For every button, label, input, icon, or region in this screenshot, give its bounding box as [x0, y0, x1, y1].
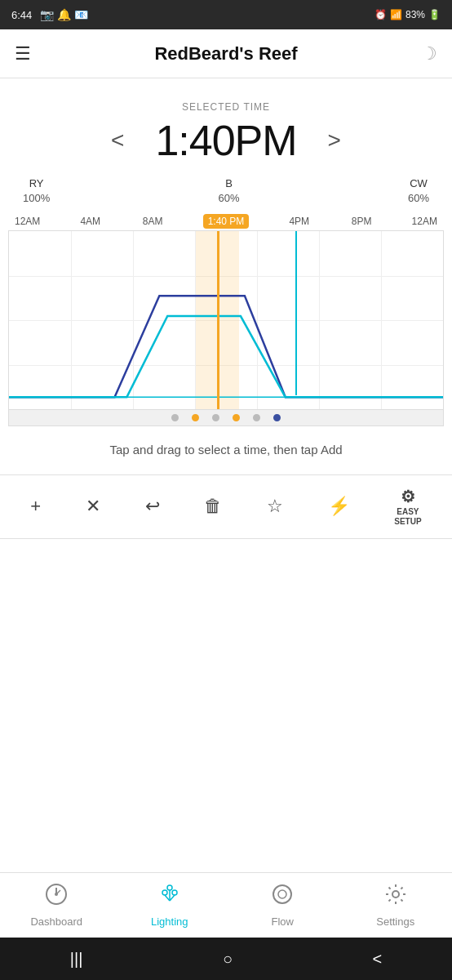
- lighting-icon: [158, 883, 181, 911]
- next-time-button[interactable]: >: [321, 127, 348, 154]
- svg-point-2: [55, 893, 58, 896]
- status-icons: ⏰ 📶 83% 🔋: [374, 9, 441, 20]
- home-button[interactable]: ○: [223, 950, 233, 969]
- lightning-button[interactable]: ⚡: [328, 496, 350, 517]
- svg-point-10: [278, 890, 286, 898]
- chart-area[interactable]: [8, 230, 444, 410]
- main-content: SELECTED TIME < 1:40PM > RY 100% B 60% C…: [0, 78, 452, 539]
- scroll-indicator-5: [253, 414, 260, 421]
- nav-item-lighting[interactable]: Lighting: [113, 883, 227, 928]
- current-time-line: [217, 231, 219, 409]
- current-time-badge: 1:40 PM: [203, 214, 250, 229]
- time-axis: 12AM 4AM 8AM 1:40 PM 4PM 8PM 12AM: [8, 214, 444, 229]
- channel-b: B 60%: [219, 176, 240, 206]
- scroll-indicator-1: [171, 414, 179, 421]
- chart-container: 12AM 4AM 8AM 1:40 PM 4PM 8PM 12AM: [0, 214, 452, 426]
- dashboard-icon: [45, 883, 68, 911]
- recent-apps-button[interactable]: |||: [70, 950, 83, 969]
- selected-time-section: SELECTED TIME < 1:40PM >: [0, 87, 452, 172]
- status-time: 6:44 📷 🔔 📧: [11, 8, 88, 21]
- svg-point-4: [172, 890, 177, 895]
- nav-item-dashboard[interactable]: Dashboard: [0, 883, 113, 928]
- svg-point-5: [167, 885, 172, 890]
- dashboard-label: Dashboard: [30, 915, 82, 928]
- android-nav: ||| ○ <: [0, 938, 452, 980]
- add-button[interactable]: +: [30, 496, 41, 517]
- svg-line-6: [165, 895, 170, 901]
- easy-setup-button[interactable]: ⚙ EASY SETUP: [394, 487, 421, 527]
- selected-time-label: SELECTED TIME: [0, 101, 452, 113]
- lighting-label: Lighting: [151, 915, 188, 928]
- header: ☰ RedBeard's Reef ☽: [0, 29, 452, 78]
- undo-button[interactable]: ↩: [145, 496, 160, 517]
- page-title: RedBeard's Reef: [154, 43, 297, 65]
- svg-line-7: [170, 895, 175, 901]
- nav-item-settings[interactable]: Settings: [339, 883, 453, 928]
- svg-point-9: [273, 885, 291, 903]
- scroll-indicator-6: [273, 414, 281, 421]
- delete-button[interactable]: 🗑: [204, 496, 222, 517]
- time-row: < 1:40PM >: [0, 116, 452, 165]
- channel-row: RY 100% B 60% CW 60%: [0, 172, 452, 206]
- scroll-indicator-2: [192, 414, 199, 421]
- menu-icon[interactable]: ☰: [15, 43, 31, 65]
- favorite-button[interactable]: ☆: [267, 496, 283, 517]
- prev-time-button[interactable]: <: [104, 127, 131, 154]
- svg-point-3: [162, 890, 167, 895]
- nav-item-flow[interactable]: Flow: [226, 883, 339, 928]
- remove-button[interactable]: ✕: [86, 496, 100, 517]
- moon-icon[interactable]: ☽: [421, 43, 437, 65]
- current-time: 1:40PM: [155, 116, 296, 165]
- flow-label: Flow: [272, 915, 294, 928]
- bottom-nav: Dashboard Lighting Flow: [0, 872, 452, 938]
- instruction-text: Tap and drag to select a time, then tap …: [0, 426, 452, 474]
- settings-label: Settings: [376, 915, 414, 928]
- svg-point-11: [392, 891, 399, 898]
- toolbar: + ✕ ↩ 🗑 ☆ ⚡ ⚙ EASY SETUP: [0, 474, 452, 539]
- channel-ry: RY 100%: [23, 176, 50, 206]
- status-bar: 6:44 📷 🔔 📧 ⏰ 📶 83% 🔋: [0, 0, 452, 29]
- flow-icon: [271, 883, 294, 911]
- back-button[interactable]: <: [373, 950, 383, 969]
- settings-icon: [384, 883, 407, 911]
- scroll-indicator-3: [212, 414, 219, 421]
- chart-svg: [9, 231, 443, 409]
- chart-scrollbar[interactable]: [8, 410, 444, 426]
- channel-cw: CW 60%: [408, 176, 429, 206]
- scroll-indicator-4: [233, 414, 240, 421]
